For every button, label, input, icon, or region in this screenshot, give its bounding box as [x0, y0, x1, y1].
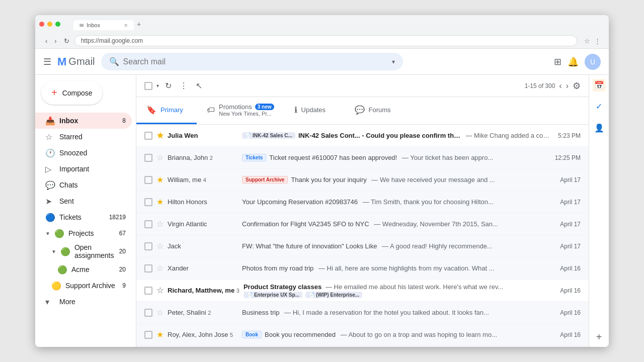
browser-menu-icon[interactable]: ⋮	[594, 37, 601, 45]
select-dropdown-arrow[interactable]: ▾	[156, 83, 159, 88]
star-icon[interactable]: ☆	[156, 308, 164, 317]
sidebar-item-sent[interactable]: ➤ Sent	[35, 193, 132, 209]
search-bar[interactable]: 🔍 ▾	[101, 53, 403, 70]
star-icon[interactable]: ★	[156, 197, 164, 207]
updates-tab-label: Updates	[301, 106, 326, 114]
gmail-topbar: ☰ M Gmail 🔍 ▾ ⊞ 🔔 U	[35, 49, 609, 75]
table-row[interactable]: ★ Hilton Honors Your Upcoming Reservatio…	[136, 191, 589, 213]
email-checkbox[interactable]	[144, 132, 152, 140]
add-app-button[interactable]: +	[596, 331, 602, 343]
pagination-prev-icon[interactable]: ‹	[559, 81, 561, 90]
sender-name: Xander	[168, 264, 238, 272]
email-content: Product Strategy classes — He emailed me…	[244, 283, 552, 298]
sidebar-item-starred[interactable]: ☆ Starred	[35, 129, 132, 145]
tab-promotions[interactable]: 🏷 Promotions 3 new New York Times, Pr...	[197, 97, 284, 124]
search-dropdown-icon[interactable]: ▾	[392, 58, 395, 65]
promotions-tab-sub: New York Times, Pr...	[219, 111, 274, 117]
email-checkbox[interactable]	[144, 242, 152, 250]
table-row[interactable]: ☆ Richard, Matthew, me 3 Product Strateg…	[136, 280, 589, 302]
email-time: April 17	[560, 199, 581, 206]
browser-tab-gmail[interactable]: ✉ Inbox ✕	[73, 20, 134, 30]
star-icon[interactable]: ☆	[156, 153, 164, 162]
table-row[interactable]: ☆ Mizra, Paul, Asher 5 Oops... need to r…	[136, 346, 589, 347]
star-icon[interactable]: ★	[156, 330, 164, 339]
tab-close-button[interactable]: ✕	[124, 23, 128, 28]
promotions-new-badge: 3 new	[255, 104, 274, 110]
table-row[interactable]: ☆ Peter, Shalini 2 Business trip — Hi, I…	[136, 302, 589, 324]
email-snippet: — Your ticket has been appro...	[400, 154, 493, 161]
maximize-dot[interactable]	[55, 22, 60, 27]
tab-updates[interactable]: ℹ Updates	[284, 97, 345, 124]
email-checkbox[interactable]	[144, 287, 152, 295]
star-icon[interactable]: ☆	[156, 219, 164, 229]
sidebar-item-important[interactable]: ▷ Important	[35, 161, 132, 177]
table-row[interactable]: ★ Julia Wen 📄 INK-42 Sales C... INK-42 S…	[136, 125, 589, 147]
notifications-bell-icon[interactable]: 🔔	[568, 56, 579, 67]
more-options-icon[interactable]: ⋮	[178, 79, 190, 93]
sidebar-item-projects[interactable]: ▼ 🟢 Projects 67	[35, 225, 132, 241]
star-icon[interactable]: ★	[156, 131, 164, 140]
sidebar-item-snoozed[interactable]: 🕐 Snoozed	[35, 145, 132, 161]
tab-forums[interactable]: 💬 Forums	[345, 97, 405, 124]
gmail-logo-text: Gmail	[68, 56, 95, 67]
table-row[interactable]: ☆ Xander Photos from my road trip — Hi a…	[136, 257, 589, 280]
new-tab-button[interactable]: +	[135, 18, 143, 30]
sidebar-item-label-support-archive: Support Archive	[65, 282, 118, 290]
email-subject: Book you recommended	[265, 331, 336, 338]
table-row[interactable]: ★ William, me 4 Support Archive Thank yo…	[136, 169, 589, 191]
sidebar-item-inbox[interactable]: 📥 Inbox 8	[35, 113, 132, 129]
compose-button[interactable]: + Compose	[41, 81, 103, 105]
star-icon[interactable]: ☆	[156, 263, 164, 273]
top-icons: ⊞ 🔔 U	[554, 54, 601, 70]
star-icon[interactable]: ☆	[156, 286, 164, 295]
sidebar-item-chats[interactable]: 💬 Chats	[35, 177, 132, 193]
pagination-next-icon[interactable]: ›	[566, 81, 569, 90]
tickets-count: 18219	[109, 214, 126, 221]
table-row[interactable]: ★ Roy, Alex, John Jose 5 Book Book you r…	[136, 324, 589, 346]
minimize-dot[interactable]	[47, 22, 52, 27]
sidebar-item-more[interactable]: ▾ More	[35, 294, 132, 310]
hamburger-menu-icon[interactable]: ☰	[43, 56, 51, 67]
open-assignments-icon: 🟢	[60, 247, 70, 256]
email-checkbox[interactable]	[144, 331, 152, 339]
star-icon[interactable]: ☆	[156, 241, 164, 251]
avatar[interactable]: U	[585, 54, 601, 70]
email-checkbox[interactable]	[144, 198, 152, 206]
attachment-chip-2: 📄 (WIP) Enterprise...	[305, 292, 362, 298]
sidebar-item-acme[interactable]: 🟢 Acme 20	[35, 261, 132, 278]
contacts-sidebar-icon[interactable]: 👤	[592, 121, 606, 135]
email-checkbox[interactable]	[144, 154, 152, 162]
sidebar-item-tickets[interactable]: 🔵 Tickets 18219	[35, 209, 132, 225]
sidebar-item-support-archive[interactable]: 🟡 Support Archive 9	[35, 278, 132, 294]
close-dot[interactable]	[39, 22, 44, 27]
email-checkbox[interactable]	[144, 220, 152, 228]
table-row[interactable]: ☆ Virgin Atlantic Confirmation for Fligh…	[136, 213, 589, 235]
search-input[interactable]	[123, 57, 388, 66]
table-row[interactable]: ☆ Brianna, John 2 Tickets Ticket request…	[136, 147, 589, 169]
calendar-sidebar-icon[interactable]: 📅	[593, 79, 606, 92]
table-row[interactable]: ☆ Jack FW: What "the future of innovatio…	[136, 235, 589, 257]
important-icon: ▷	[45, 164, 55, 174]
email-checkbox[interactable]	[144, 176, 152, 184]
reload-button[interactable]: ↻	[62, 36, 71, 46]
open-assignments-collapse-icon: ▼	[51, 249, 56, 254]
settings-icon[interactable]: ⚙	[573, 80, 581, 92]
forward-button[interactable]: ›	[52, 36, 58, 46]
email-time: April 17	[560, 221, 581, 228]
forums-tab-icon: 💬	[355, 105, 365, 115]
email-subject: Business trip	[242, 309, 279, 316]
back-button[interactable]: ‹	[43, 36, 49, 46]
tasks-sidebar-icon[interactable]: ✓	[594, 100, 604, 113]
sidebar-item-open-assignments[interactable]: ▼ 🟢 Open assignments 20	[35, 241, 132, 261]
email-checkbox[interactable]	[144, 309, 152, 317]
email-time: April 16	[560, 331, 581, 338]
refresh-icon[interactable]: ↻	[163, 79, 174, 93]
starred-icon: ☆	[45, 132, 55, 142]
sidebar: + Compose 📥 Inbox 8 ☆ Starred	[35, 75, 136, 347]
select-all-checkbox[interactable]	[144, 82, 152, 90]
apps-grid-icon[interactable]: ⊞	[554, 56, 561, 67]
email-checkbox[interactable]	[144, 264, 152, 273]
email-subject: Thank you for your inquiry	[291, 176, 366, 184]
tab-primary[interactable]: 🔖 Primary	[136, 97, 197, 124]
star-icon[interactable]: ★	[156, 175, 164, 185]
